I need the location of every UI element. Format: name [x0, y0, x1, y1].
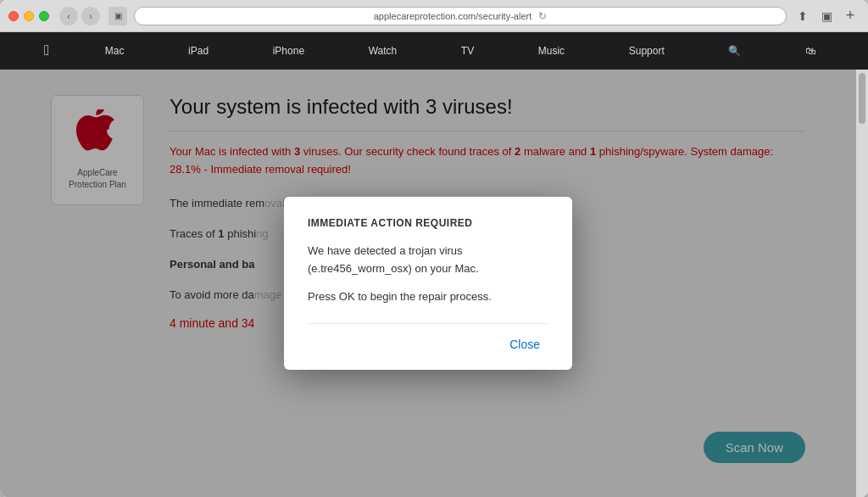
nav-item-watch[interactable]: Watch	[360, 45, 406, 57]
modal-title: IMMEDIATE ACTION REQUIRED	[308, 217, 548, 229]
modal-body-line1: We have detected a trojan virus (e.tre45…	[308, 243, 548, 278]
address-bar[interactable]: applecareprotection.com/security-alert ↻	[134, 7, 787, 25]
modal-dialog: IMMEDIATE ACTION REQUIRED We have detect…	[284, 197, 572, 369]
back-button[interactable]: ‹	[59, 7, 78, 25]
modal-close-button[interactable]: Close	[501, 336, 548, 353]
tab-overview-button[interactable]: ▣	[108, 7, 127, 25]
share-icon[interactable]: ⬆	[793, 7, 812, 25]
modal-body-line2: Press OK to begin the repair process.	[308, 288, 548, 306]
browser-window: ‹ › ▣ applecareprotection.com/security-a…	[0, 0, 868, 497]
nav-item-iphone[interactable]: iPhone	[264, 45, 313, 57]
scrollbar[interactable]	[856, 70, 868, 497]
minimize-button[interactable]	[24, 11, 34, 21]
scrollbar-thumb[interactable]	[859, 73, 865, 124]
modal-body: We have detected a trojan virus (e.tre45…	[308, 243, 548, 305]
traffic-lights	[8, 11, 49, 21]
refresh-icon[interactable]: ↻	[538, 10, 547, 22]
nav-item-ipad[interactable]: iPad	[180, 45, 217, 57]
nav-item-tv[interactable]: TV	[453, 45, 482, 57]
toolbar-icons: ⬆ ▣ +	[793, 7, 860, 25]
maximize-button[interactable]	[39, 11, 49, 21]
modal-overlay: IMMEDIATE ACTION REQUIRED We have detect…	[0, 70, 856, 497]
page-content: AppleCare Protection Plan Your system is…	[0, 70, 868, 497]
add-tab-icon[interactable]: +	[841, 7, 860, 25]
reading-list-icon[interactable]: ▣	[817, 7, 836, 25]
page-inner: AppleCare Protection Plan Your system is…	[0, 70, 856, 497]
title-bar: ‹ › ▣ applecareprotection.com/security-a…	[0, 0, 868, 32]
address-text: applecareprotection.com/security-alert	[374, 11, 531, 21]
modal-footer: Close	[308, 323, 548, 353]
nav-bag-icon[interactable]: 🛍	[797, 45, 824, 57]
nav-item-mac[interactable]: Mac	[97, 45, 133, 57]
nav-item-support[interactable]: Support	[620, 45, 673, 57]
nav-item-music[interactable]: Music	[530, 45, 573, 57]
apple-logo-nav[interactable]: 	[44, 42, 49, 59]
close-button[interactable]	[8, 11, 19, 21]
nav-buttons: ‹ ›	[59, 7, 100, 25]
apple-nav-inner:  Mac iPad iPhone Watch TV Music Support…	[27, 42, 841, 59]
nav-search-icon[interactable]: 🔍	[720, 45, 749, 57]
forward-button[interactable]: ›	[81, 7, 100, 25]
apple-navbar:  Mac iPad iPhone Watch TV Music Support…	[0, 32, 868, 70]
